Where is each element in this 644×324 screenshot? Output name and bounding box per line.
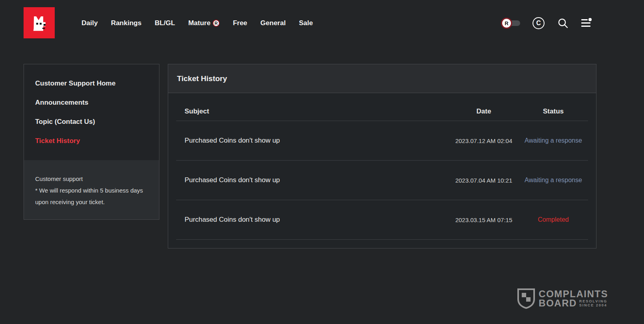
mature-rating-badge: R	[213, 20, 220, 27]
nav-label: Rankings	[111, 19, 142, 27]
watermark-tagline: RESOLVING SINCE 2004	[579, 299, 607, 307]
nav-label: BL/GL	[155, 19, 175, 27]
adult-content-toggle[interactable]: R	[501, 18, 520, 29]
support-note-title: Customer support	[35, 173, 148, 185]
ticket-status: Completed	[519, 216, 588, 223]
toggle-knob-r: R	[501, 18, 512, 29]
watermark-text: COMPLAINTS BOARD RESOLVING SINCE 2004	[539, 289, 608, 308]
ticket-subject[interactable]: Purchased Coins don't show up	[176, 176, 449, 184]
nav-label: Free	[233, 19, 247, 27]
menu-icon[interactable]	[581, 19, 592, 28]
ticket-table: Subject Date Status Purchased Coins don'…	[176, 93, 588, 240]
top-right-controls: R C	[501, 0, 592, 46]
nav-item-sale[interactable]: Sale	[299, 19, 313, 27]
nav-item-daily[interactable]: Daily	[81, 19, 98, 27]
ticket-date: 2023.07.04 AM 10:21	[449, 177, 519, 184]
shield-icon	[517, 288, 535, 309]
sidebar-item-topic-contact-us[interactable]: Topic (Contact Us)	[35, 118, 148, 126]
watermark-tagline-1: RESOLVING	[579, 299, 607, 303]
ticket-subject[interactable]: Purchased Coins don't show up	[176, 137, 449, 145]
nav-label: General	[260, 19, 286, 27]
table-row[interactable]: Purchased Coins don't show up 2023.07.04…	[176, 161, 588, 200]
nav-item-general[interactable]: General	[260, 19, 286, 27]
support-sidebar: Customer Support Home Announcements Topi…	[24, 64, 159, 220]
ticket-date: 2023.07.12 AM 02:04	[449, 137, 519, 144]
panel-header: Ticket History	[168, 64, 596, 93]
nav-label: Daily	[81, 19, 98, 27]
page-title: Ticket History	[177, 74, 227, 83]
nav-label: Sale	[299, 19, 313, 27]
watermark-tagline-2: SINCE 2004	[579, 303, 607, 307]
mascot-icon	[28, 11, 51, 34]
table-row[interactable]: Purchased Coins don't show up 2023.03.15…	[176, 200, 588, 240]
ticket-subject[interactable]: Purchased Coins don't show up	[176, 216, 449, 224]
sidebar-item-customer-support-home[interactable]: Customer Support Home	[35, 80, 148, 87]
ticket-status: Awaiting a response	[519, 137, 588, 144]
sidebar-item-ticket-history[interactable]: Ticket History	[35, 137, 148, 145]
ticket-date: 2023.03.15 AM 07:15	[449, 217, 519, 223]
column-header-status: Status	[519, 107, 588, 115]
nav-label: Mature	[188, 19, 211, 27]
column-header-date: Date	[449, 107, 519, 115]
top-navigation-bar: Daily Rankings BL/GL Mature R Free Gener…	[0, 0, 644, 46]
sidebar-item-announcements[interactable]: Announcements	[35, 99, 148, 107]
nav-item-blgl[interactable]: BL/GL	[155, 19, 175, 27]
complaintsboard-watermark: COMPLAINTS BOARD RESOLVING SINCE 2004	[517, 288, 608, 309]
brand-logo[interactable]	[24, 7, 55, 38]
menu-notification-dot	[588, 18, 592, 21]
coin-icon[interactable]: C	[533, 17, 545, 29]
search-icon[interactable]	[557, 17, 569, 29]
support-note-line1: * We will respond within 5 business days	[35, 185, 148, 196]
table-row[interactable]: Purchased Coins don't show up 2023.07.12…	[176, 121, 588, 161]
column-header-subject: Subject	[176, 107, 449, 115]
nav-item-mature[interactable]: Mature R	[188, 19, 220, 27]
ticket-status: Awaiting a response	[519, 177, 588, 184]
support-note-line2: upon receiving your ticket.	[35, 196, 148, 208]
main-nav: Daily Rankings BL/GL Mature R Free Gener…	[81, 0, 313, 46]
support-menu: Customer Support Home Announcements Topi…	[24, 64, 159, 160]
support-note: Customer support * We will respond withi…	[24, 160, 159, 219]
table-header-row: Subject Date Status	[176, 93, 588, 121]
watermark-line2: BOARD	[539, 299, 577, 308]
nav-item-free[interactable]: Free	[233, 19, 247, 27]
ticket-history-panel: Ticket History Subject Date Status Purch…	[168, 64, 596, 248]
nav-item-rankings[interactable]: Rankings	[111, 19, 142, 27]
